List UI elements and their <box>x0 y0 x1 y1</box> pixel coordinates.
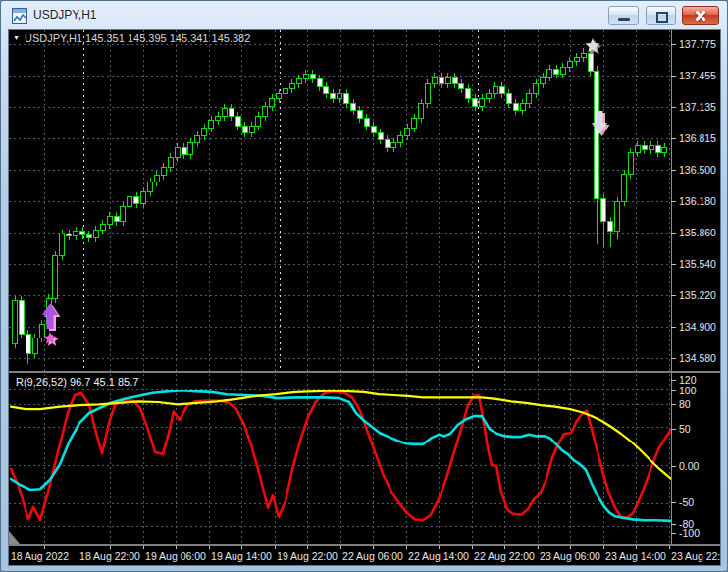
time-axis[interactable]: 18 Aug 202218 Aug 22:0019 Aug 06:0019 Au… <box>11 546 720 562</box>
time-axis-label: 18 Aug 2022 <box>11 550 69 562</box>
candle-body <box>622 175 627 202</box>
candle-body <box>277 94 282 99</box>
close-button[interactable] <box>682 6 719 25</box>
candle-body <box>209 121 214 129</box>
price-axis-label: 136.500 <box>679 164 716 176</box>
indicator-axis[interactable]: 12010080500.00-50-80-100 <box>671 374 700 539</box>
time-axis-label: 22 Aug 22:00 <box>474 550 535 562</box>
candle-body <box>520 104 525 111</box>
price-axis-label: 134.900 <box>679 321 716 333</box>
candle-body <box>567 62 572 68</box>
time-axis-label: 22 Aug 14:00 <box>408 550 469 562</box>
candle-body <box>480 99 485 107</box>
price-axis-label: 135.220 <box>679 289 716 301</box>
candle-body <box>270 99 275 107</box>
candle-body <box>405 129 410 136</box>
candle-body <box>554 70 559 75</box>
time-axis-label: 19 Aug 14:00 <box>211 550 272 562</box>
candle-body <box>547 70 552 78</box>
candle-body <box>588 54 593 72</box>
price-axis-label: 136.815 <box>679 132 716 144</box>
candle-body <box>595 72 599 199</box>
candle-body <box>216 117 221 121</box>
time-axis-separator <box>9 544 720 546</box>
candle-body <box>168 158 173 168</box>
candle-body <box>445 78 450 84</box>
restore-button[interactable] <box>646 6 676 25</box>
candle-body <box>425 84 430 104</box>
price-axis-label: 134.580 <box>679 352 716 364</box>
candle-body <box>581 54 586 58</box>
panel-separators[interactable] <box>9 371 720 546</box>
minimize-button[interactable] <box>608 6 639 25</box>
chart-client-area[interactable]: 137.775137.455137.135136.815136.500136.1… <box>9 30 720 565</box>
time-axis-label: 23 Aug 14:00 <box>605 550 666 562</box>
candle-body <box>256 117 261 127</box>
candle-body <box>134 197 139 204</box>
time-axis-label: 23 Aug 22:00 <box>671 550 720 562</box>
time-axis-label: 18 Aug 22:00 <box>79 550 140 562</box>
price-axis-label: 137.775 <box>679 38 716 50</box>
candle-body <box>32 338 37 354</box>
time-axis-label: 22 Aug 06:00 <box>342 550 403 562</box>
candle-body <box>39 325 44 338</box>
chart-header: ▼USDJPY,H1 145.351 145.395 145.341 145.3… <box>13 32 250 44</box>
candle-body <box>310 75 315 79</box>
price-axis-label: 136.180 <box>679 195 716 207</box>
candle-body <box>114 217 119 222</box>
chart-window-icon <box>12 8 27 24</box>
candle-body <box>86 235 91 238</box>
title-bar[interactable]: USDJPY,H1 <box>1 1 727 30</box>
candle-body <box>357 111 362 119</box>
time-axis-label: 19 Aug 06:00 <box>145 550 206 562</box>
candle-body <box>527 94 532 104</box>
candle-body <box>378 133 383 140</box>
candle-body <box>284 89 288 94</box>
candle-body <box>249 127 254 133</box>
candle-body <box>182 148 186 155</box>
indicator-axis-label: 50 <box>679 423 691 435</box>
candle-body <box>121 207 126 222</box>
candle-body <box>649 146 653 150</box>
candle-body <box>655 146 660 153</box>
candle-body <box>419 104 424 119</box>
candle-body <box>615 202 620 232</box>
candle-body <box>662 148 667 153</box>
time-axis-label: 23 Aug 06:00 <box>540 550 600 562</box>
chart-ohlc-label: USDJPY,H1 145.351 145.395 145.341 145.38… <box>25 32 250 44</box>
candle-body <box>534 84 539 94</box>
candle-body <box>188 143 193 155</box>
candle-body <box>80 232 85 235</box>
splitter-grip-icon[interactable] <box>9 531 20 544</box>
candle-body <box>289 84 294 89</box>
candle-body <box>608 222 613 232</box>
panel-splitter[interactable] <box>9 371 720 373</box>
candle-body <box>222 109 227 117</box>
candle-body <box>466 89 471 99</box>
candle-body <box>53 256 58 299</box>
candle-body <box>26 335 30 354</box>
candle-body <box>13 301 18 344</box>
candle-body <box>351 104 356 111</box>
candle-body <box>93 231 98 238</box>
indicator-axis-label: 100 <box>679 385 697 396</box>
candle-body <box>574 58 579 62</box>
indicator-axis-label: 80 <box>679 398 691 410</box>
candle-body <box>229 109 234 117</box>
candle-body <box>296 79 301 84</box>
indicator-axis-label: -50 <box>679 496 694 508</box>
indicator-axis-label: -100 <box>679 527 700 539</box>
candle-body <box>601 199 606 222</box>
chart-canvas[interactable]: 137.775137.455137.135136.815136.500136.1… <box>9 30 720 565</box>
minimize-icon <box>618 18 630 21</box>
price-axis-label: 135.540 <box>679 258 716 270</box>
candle-body <box>628 153 633 175</box>
window-title: USDJPY,H1 <box>33 8 96 22</box>
candle-body <box>263 107 268 117</box>
candle-body <box>242 127 247 133</box>
chart-window: USDJPY,H1 137.775137.455137.135136.81513… <box>0 0 728 572</box>
candle-body <box>107 217 112 225</box>
price-axis-label: 137.135 <box>679 101 716 113</box>
candle-body <box>317 79 322 87</box>
candle-body <box>338 94 342 99</box>
